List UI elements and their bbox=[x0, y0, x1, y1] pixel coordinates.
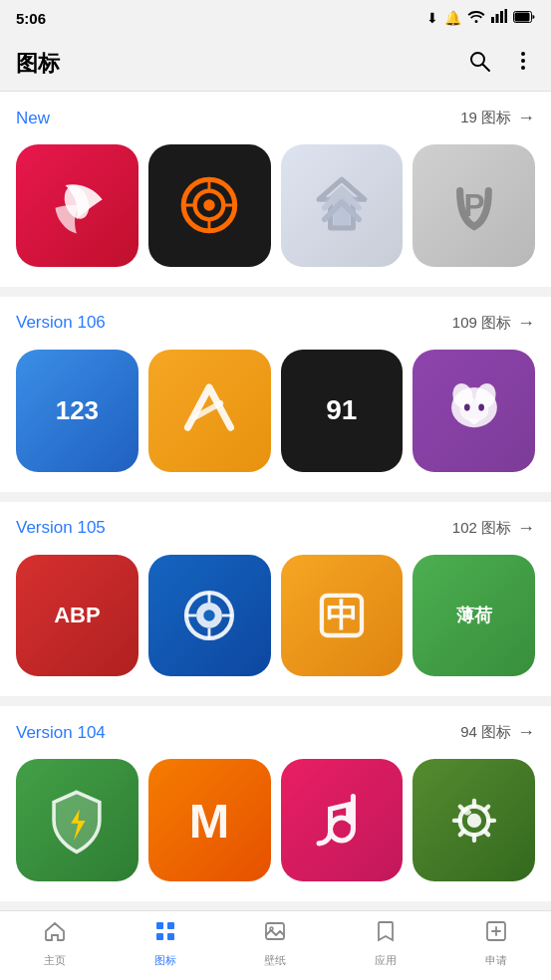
svg-rect-5 bbox=[515, 13, 530, 22]
wifi-icon bbox=[467, 9, 485, 27]
svg-rect-1 bbox=[496, 14, 499, 23]
section-v104-grid: M bbox=[16, 759, 535, 881]
svg-text:中: 中 bbox=[326, 598, 358, 633]
section-v105-header[interactable]: Version 105 102 图标 → bbox=[16, 518, 535, 539]
svg-point-10 bbox=[521, 66, 525, 70]
section-v106-count[interactable]: 109 图标 → bbox=[452, 313, 535, 334]
section-new-arrow: → bbox=[517, 108, 535, 128]
svg-rect-2 bbox=[500, 11, 503, 23]
section-v106: Version 106 109 图标 → 123 91 bbox=[0, 297, 551, 492]
app-icon-markman[interactable]: M bbox=[148, 759, 271, 881]
app-icon-swift[interactable] bbox=[16, 144, 138, 267]
nav-item-request[interactable]: 申请 bbox=[440, 919, 551, 972]
nav-apps-label: 应用 bbox=[375, 953, 397, 968]
svg-line-46 bbox=[484, 806, 488, 810]
svg-text:P: P bbox=[463, 188, 484, 224]
home-icon bbox=[43, 919, 67, 949]
section-v105-grid: ABP 中 bbox=[16, 555, 535, 677]
section-new-title: New bbox=[16, 109, 50, 128]
section-v105-arrow: → bbox=[517, 518, 535, 539]
nav-item-apps[interactable]: 应用 bbox=[331, 919, 441, 972]
app-bar-actions bbox=[467, 49, 535, 79]
section-v105: Version 105 102 图标 → ABP bbox=[0, 502, 551, 697]
page-title: 图标 bbox=[16, 49, 60, 79]
nav-item-wallpaper[interactable]: 壁纸 bbox=[220, 919, 331, 972]
section-v104-header[interactable]: Version 104 94 图标 → bbox=[16, 722, 535, 743]
app-icon-91[interactable]: 91 bbox=[281, 350, 404, 472]
app-icon-shield[interactable] bbox=[16, 759, 138, 881]
section-new: New 19 图标 → bbox=[0, 92, 551, 287]
app-icon-music[interactable] bbox=[281, 759, 404, 881]
svg-point-25 bbox=[459, 399, 488, 422]
add-box-icon bbox=[484, 919, 508, 949]
section-v105-title: Version 105 bbox=[16, 518, 106, 538]
section-new-count[interactable]: 19 图标 → bbox=[460, 108, 535, 128]
svg-point-8 bbox=[521, 52, 525, 56]
more-icon[interactable] bbox=[511, 49, 535, 79]
nav-icons-label: 图标 bbox=[154, 953, 176, 968]
app-icon-tweakbox[interactable] bbox=[413, 759, 535, 881]
status-icons: ⬇ 🔔 bbox=[426, 9, 535, 27]
section-v104: Version 104 94 图标 → M bbox=[0, 706, 551, 901]
app-icon-bohe[interactable]: 薄荷 bbox=[413, 555, 535, 677]
nav-home-label: 主页 bbox=[44, 953, 66, 968]
bottom-nav: 主页 图标 壁纸 应用 bbox=[0, 910, 551, 980]
app-icon-zhongquan[interactable]: 中 bbox=[281, 555, 404, 677]
nav-wallpaper-label: 壁纸 bbox=[264, 953, 286, 968]
nav-request-label: 申请 bbox=[485, 953, 507, 968]
app-icon-pocket[interactable]: P bbox=[413, 144, 535, 267]
section-v105-count[interactable]: 102 图标 → bbox=[452, 518, 535, 539]
signal-icon bbox=[491, 9, 507, 27]
svg-rect-48 bbox=[156, 922, 163, 929]
svg-point-27 bbox=[478, 404, 484, 411]
app-icon-proxyman2[interactable] bbox=[148, 555, 271, 677]
svg-point-9 bbox=[521, 59, 525, 63]
section-v104-title: Version 104 bbox=[16, 723, 106, 743]
nav-item-home[interactable]: 主页 bbox=[0, 919, 111, 972]
svg-point-30 bbox=[203, 610, 214, 620]
section-v106-arrow: → bbox=[517, 313, 535, 334]
app-icon-proxyman[interactable] bbox=[148, 144, 271, 267]
svg-text:M: M bbox=[189, 794, 230, 848]
section-v104-count[interactable]: 94 图标 → bbox=[460, 722, 535, 743]
svg-point-26 bbox=[464, 404, 470, 411]
svg-rect-50 bbox=[156, 933, 163, 940]
app-icon-123[interactable]: 123 bbox=[16, 350, 138, 472]
section-new-header[interactable]: New 19 图标 → bbox=[16, 108, 535, 128]
section-new-grid: P bbox=[16, 144, 535, 267]
svg-point-14 bbox=[203, 200, 214, 211]
image-icon bbox=[263, 919, 287, 949]
section-v106-header[interactable]: Version 106 109 图标 → bbox=[16, 313, 535, 334]
status-bar: 5:06 ⬇ 🔔 bbox=[0, 0, 551, 36]
app-icon-elephant[interactable] bbox=[413, 350, 535, 472]
nav-item-icons[interactable]: 图标 bbox=[111, 919, 221, 972]
svg-line-45 bbox=[484, 831, 488, 835]
svg-rect-3 bbox=[505, 9, 508, 23]
download-icon: ⬇ bbox=[426, 10, 438, 26]
svg-rect-0 bbox=[491, 17, 494, 23]
app-bar: 图标 bbox=[0, 36, 551, 92]
svg-rect-49 bbox=[167, 922, 174, 929]
svg-rect-51 bbox=[167, 933, 174, 940]
search-icon[interactable] bbox=[467, 49, 491, 79]
status-time: 5:06 bbox=[16, 10, 46, 27]
svg-line-47 bbox=[459, 831, 463, 835]
svg-line-7 bbox=[483, 64, 490, 71]
section-v106-grid: 123 91 bbox=[16, 350, 535, 472]
grid-icon bbox=[153, 919, 177, 949]
app-icon-moneycontrol[interactable] bbox=[281, 144, 404, 267]
bookmark-icon bbox=[374, 919, 398, 949]
app-icon-abp[interactable]: ABP bbox=[16, 555, 138, 677]
section-v104-arrow: → bbox=[517, 722, 535, 743]
app-icon-logoist[interactable] bbox=[148, 350, 271, 472]
content-area: New 19 图标 → bbox=[0, 92, 551, 910]
svg-point-39 bbox=[466, 813, 480, 827]
section-v106-title: Version 106 bbox=[16, 313, 106, 333]
svg-rect-52 bbox=[266, 923, 284, 939]
battery-icon bbox=[513, 9, 535, 27]
notification-icon: 🔔 bbox=[444, 10, 461, 26]
